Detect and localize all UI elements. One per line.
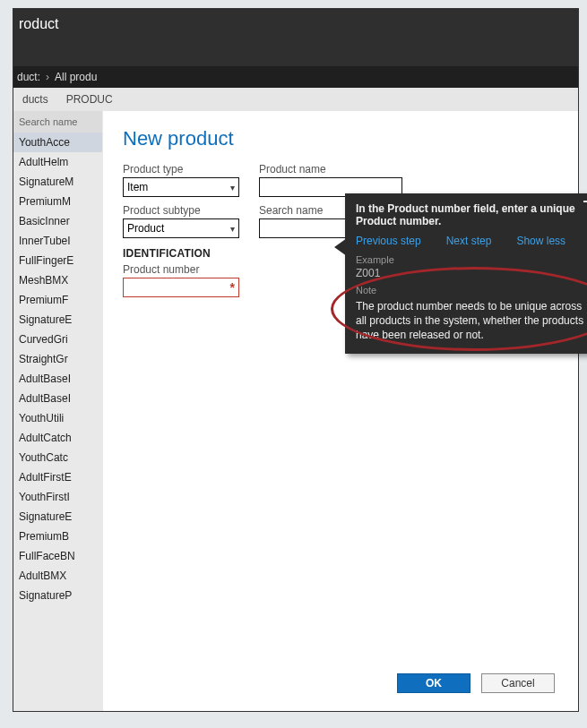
list-item[interactable]: SignatureM [13, 172, 102, 192]
list-item[interactable]: StraightGr [13, 349, 102, 369]
callout-pointer-icon [334, 238, 347, 256]
show-less-link[interactable]: Show less [516, 235, 565, 247]
list-item[interactable]: SignatureP [13, 586, 102, 605]
new-product-panel: New product Product type Item ▾ Product … [103, 111, 578, 711]
list-item[interactable]: SignatureE [13, 507, 102, 527]
list-item[interactable]: MeshBMX [13, 270, 102, 290]
product-type-value: Item [127, 181, 148, 193]
product-subtype-value: Product [127, 222, 164, 235]
tab-bar: ducts PRODUC [13, 88, 578, 111]
required-asterisk-icon: * [230, 280, 235, 295]
app-subheader [13, 39, 578, 66]
previous-step-link[interactable]: Previous step [356, 235, 421, 247]
list-item[interactable]: YouthAcce [13, 133, 102, 152]
list-item[interactable]: YouthCatc [13, 448, 102, 467]
product-name-label: Product name [259, 163, 402, 176]
app-header: roduct [13, 9, 578, 39]
product-subtype-label: Product subtype [123, 204, 239, 217]
note-body: The product number needs to be unique ac… [356, 299, 587, 343]
next-step-link[interactable]: Next step [446, 235, 492, 247]
chevron-right-icon: › [46, 71, 49, 83]
breadcrumb-part[interactable]: All produ [55, 71, 97, 83]
list-item[interactable]: YouthFirstI [13, 487, 102, 507]
collapse-icon[interactable] [583, 201, 587, 202]
list-item[interactable]: PremiumM [13, 192, 102, 211]
product-number-label: Product number [123, 263, 239, 276]
list-item[interactable]: PremiumF [13, 290, 102, 310]
list-item[interactable]: FullFaceBN [13, 546, 102, 566]
app-title: roduct [19, 16, 58, 32]
breadcrumb-part[interactable]: duct: [17, 71, 40, 83]
list-item[interactable]: SignatureE [13, 310, 102, 330]
product-subtype-select[interactable]: Product ▾ [123, 218, 239, 238]
list-item[interactable]: PremiumB [13, 527, 102, 546]
example-value: Z001 [356, 267, 587, 279]
note-label: Note [356, 285, 587, 295]
list-item[interactable]: AdultBaseI [13, 369, 102, 389]
product-type-select[interactable]: Item ▾ [123, 177, 239, 197]
tab-products[interactable]: ducts [13, 93, 57, 106]
chevron-down-icon: ▾ [230, 183, 235, 193]
list-item[interactable]: AdultFirstE [13, 467, 102, 487]
help-callout: In the Product number field, enter a uni… [345, 193, 587, 354]
panel-title: New product [123, 127, 558, 150]
product-number-input[interactable]: * [123, 278, 239, 297]
list-item[interactable]: AdultBaseI [13, 389, 102, 408]
example-label: Example [356, 254, 587, 265]
list-item[interactable]: FullFingerE [13, 251, 102, 270]
column-header-search-name[interactable]: Search name [13, 111, 102, 133]
list-item[interactable]: AdultHelm [13, 152, 102, 172]
cancel-button[interactable]: Cancel [481, 673, 555, 693]
chevron-down-icon: ▾ [230, 224, 235, 234]
breadcrumb: duct: › All produ [13, 66, 578, 88]
list-item[interactable]: BasicInner [13, 211, 102, 231]
list-item[interactable]: YouthUtili [13, 408, 102, 428]
list-item[interactable]: CurvedGri [13, 330, 102, 349]
list-item[interactable]: AdultBMX [13, 566, 102, 586]
tab-product[interactable]: PRODUC [57, 93, 122, 106]
callout-headline: In the Product number field, enter a uni… [356, 202, 587, 227]
list-item[interactable]: InnerTubeI [13, 231, 102, 251]
product-type-label: Product type [123, 163, 239, 176]
ok-button[interactable]: OK [397, 673, 470, 693]
list-item[interactable]: AdultCatch [13, 428, 102, 448]
product-list: Search name YouthAcceAdultHelmSignatureM… [13, 111, 103, 711]
